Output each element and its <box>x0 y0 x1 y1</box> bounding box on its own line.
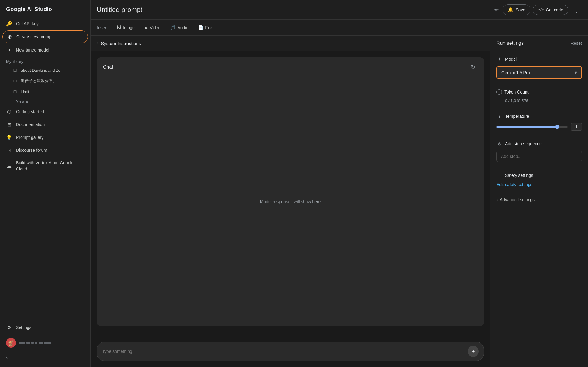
library-item-3[interactable]: □ Limit <box>2 86 88 97</box>
more-options-icon: ⋮ <box>573 6 579 13</box>
toolbar: Insert: 🖼 Image ▶ Video 🎵 Audio 📄 File <box>91 20 588 36</box>
file-icon: 📄 <box>198 25 203 30</box>
api-key-icon: 🔑 <box>6 21 12 27</box>
insert-label: Insert: <box>97 25 109 30</box>
sidebar-item-get-api-key[interactable]: 🔑 Get API key <box>2 17 88 30</box>
temperature-icon: 🌡 <box>496 113 503 119</box>
sidebar-item-settings-label: Settings <box>16 325 32 330</box>
view-all-link[interactable]: View all <box>2 97 88 105</box>
send-icon: ✦ <box>471 349 475 354</box>
get-code-label: Get code <box>546 7 563 12</box>
system-instructions-header[interactable]: › System Instructions <box>97 40 484 46</box>
sidebar-collapse-button[interactable]: ‹ <box>2 352 88 363</box>
top-bar: Untitled prompt ✏ 🔔 Save </> Get code ⋮ <box>91 0 588 20</box>
chat-body: Model responses will show here <box>97 77 484 326</box>
chat-container: Chat ↻ Model responses will show here <box>91 51 490 338</box>
save-button[interactable]: 🔔 Save <box>503 4 530 15</box>
chat-input[interactable] <box>102 349 465 354</box>
temperature-title: Temperature <box>505 114 529 119</box>
sidebar-item-create-prompt-label: Create new prompt <box>16 34 53 39</box>
insert-file-button[interactable]: 📄 File <box>194 23 217 32</box>
chat-input-container: ✦ <box>97 342 484 361</box>
token-count-header: i Token Count <box>496 89 582 95</box>
send-message-button[interactable]: ✦ <box>468 346 479 357</box>
collapse-icon: ‹ <box>6 354 8 361</box>
vertex-icon: ☁ <box>6 163 12 169</box>
user-profile-row[interactable]: 🐒 <box>2 335 88 351</box>
getting-started-icon: ⬡ <box>6 109 12 115</box>
sidebar-item-getting-started[interactable]: ⬡ Getting started <box>2 105 88 118</box>
advanced-settings-label: Advanced settings <box>500 197 535 202</box>
chat-bubble-icon-3: □ <box>12 89 18 94</box>
library-item-1[interactable]: □ about Dawkins and Ze... <box>2 65 88 75</box>
app-title: Google AI Studio <box>0 0 90 17</box>
safety-settings-header: 🛡 Safety settings <box>496 172 582 178</box>
edit-safety-settings-link[interactable]: Edit safety settings <box>496 182 533 187</box>
insert-audio-button[interactable]: 🎵 Audio <box>166 23 193 32</box>
stop-sequence-icon: ⊘ <box>496 141 503 147</box>
chat-title: Chat <box>103 64 113 70</box>
content-area: › System Instructions Chat ↻ <box>91 36 588 367</box>
temperature-value[interactable]: 1 <box>571 123 582 131</box>
stop-sequence-section: ⊘ Add stop sequence <box>490 136 588 167</box>
advanced-settings-header[interactable]: › Advanced settings <box>496 197 582 202</box>
sidebar-item-discourse-forum[interactable]: ⊡ Discourse forum <box>2 144 88 156</box>
more-options-button[interactable]: ⋮ <box>571 4 582 15</box>
system-instructions-chevron-icon: › <box>97 40 98 46</box>
code-icon: </> <box>538 7 544 12</box>
get-code-button[interactable]: </> Get code <box>533 5 568 15</box>
discourse-icon: ⊡ <box>6 147 12 153</box>
stop-sequence-input[interactable] <box>496 151 582 162</box>
settings-icon: ⚙ <box>6 324 12 331</box>
main-content: Untitled prompt ✏ 🔔 Save </> Get code ⋮ … <box>91 0 588 367</box>
sidebar-nav: 🔑 Get API key ⊕ Create new prompt ✦ New … <box>0 17 90 319</box>
insert-image-button[interactable]: 🖼 Image <box>112 23 139 32</box>
refresh-icon: ↻ <box>471 64 475 71</box>
sidebar-item-documentation[interactable]: ⊟ Documentation <box>2 118 88 131</box>
library-item-1-label: about Dawkins and Ze... <box>21 68 64 73</box>
tuned-model-icon: ✦ <box>6 47 12 53</box>
audio-icon: 🎵 <box>170 25 175 30</box>
safety-icon: 🛡 <box>496 172 503 178</box>
refresh-chat-button[interactable]: ↻ <box>468 62 478 72</box>
token-count-icon: i <box>496 89 502 95</box>
reset-button[interactable]: Reset <box>571 41 582 46</box>
edit-title-icon[interactable]: ✏ <box>494 6 499 13</box>
system-instructions-section: › System Instructions <box>91 36 490 51</box>
temperature-slider[interactable] <box>496 126 568 128</box>
audio-label: Audio <box>177 25 188 30</box>
model-select-dropdown[interactable]: Gemini 1.5 Pro ▾ <box>496 66 582 79</box>
sidebar-item-prompt-gallery[interactable]: 💡 Prompt gallery <box>2 131 88 143</box>
model-selected-value: Gemini 1.5 Pro <box>501 70 575 75</box>
safety-settings-section: 🛡 Safety settings Edit safety settings <box>490 167 588 192</box>
temperature-header: 🌡 Temperature <box>496 113 582 119</box>
right-panel-header: Run settings Reset <box>490 36 588 51</box>
advanced-settings-chevron-icon: › <box>496 197 498 202</box>
sidebar-item-getting-started-label: Getting started <box>16 109 44 114</box>
my-library-section: My library <box>2 57 88 65</box>
temperature-control: 1 <box>496 123 582 131</box>
prompt-title: Untitled prompt <box>97 6 488 14</box>
chat-header: Chat ↻ <box>97 57 484 77</box>
save-icon: 🔔 <box>508 7 514 13</box>
sidebar-item-create-prompt[interactable]: ⊕ Create new prompt <box>2 30 88 43</box>
run-settings-title: Run settings <box>496 40 524 46</box>
prompt-gallery-icon: 💡 <box>6 134 12 140</box>
user-info <box>19 342 51 344</box>
temperature-thumb <box>555 125 559 129</box>
sidebar-item-settings[interactable]: ⚙ Settings <box>2 321 88 334</box>
library-item-2[interactable]: □ 遺伝子と減数分率。 <box>2 76 88 86</box>
reset-label: Reset <box>571 41 582 46</box>
sidebar-item-documentation-label: Documentation <box>16 122 45 127</box>
token-count-value: 0 / 1,048,576 <box>496 98 582 103</box>
stop-sequence-header: ⊘ Add stop sequence <box>496 141 582 147</box>
file-label: File <box>205 25 212 30</box>
sidebar-item-discourse-forum-label: Discourse forum <box>16 148 47 153</box>
model-section-title: Model <box>505 57 517 62</box>
chat-placeholder-text: Model responses will show here <box>260 199 321 204</box>
advanced-settings-section: › Advanced settings <box>490 192 588 207</box>
sidebar-item-new-tuned-model[interactable]: ✦ New tuned model <box>2 44 88 56</box>
insert-video-button[interactable]: ▶ Video <box>140 23 165 32</box>
sidebar-item-build-vertex[interactable]: ☁ Build with Vertex AI on Google Cloud <box>2 157 88 175</box>
video-icon: ▶ <box>145 25 148 30</box>
